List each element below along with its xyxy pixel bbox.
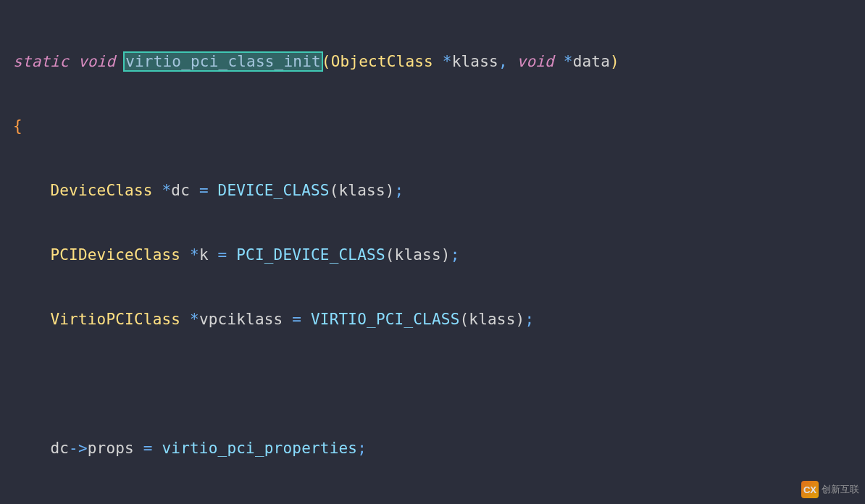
semicolon: ; — [395, 182, 404, 199]
param-klass: klass — [452, 53, 498, 70]
op-eq: = — [218, 246, 227, 264]
keyword-static: static — [13, 53, 69, 70]
code-editor[interactable]: static void virtio_pci_class_init(Object… — [0, 0, 865, 504]
obj: dc — [50, 440, 69, 457]
code-line-8[interactable]: k->realize = virtio_pci_realize; — [13, 497, 852, 505]
code-blank-line[interactable] — [13, 368, 852, 400]
op-eq: = — [199, 182, 209, 199]
func-virtio-pci-class: VIRTIO_PCI_CLASS — [311, 311, 460, 328]
code-line-2[interactable]: { — [13, 110, 852, 143]
arg-klass: klass — [395, 246, 441, 264]
arg-klass: klass — [469, 311, 515, 328]
selected-function-name[interactable]: virtio_pci_class_init — [125, 53, 322, 70]
op-eq: = — [292, 311, 301, 328]
member-props: props — [88, 440, 134, 457]
type-pcideviceclass: PCIDeviceClass — [50, 246, 180, 264]
brace-open: { — [13, 117, 22, 135]
code-line-1[interactable]: static void virtio_pci_class_init(Object… — [13, 46, 852, 78]
op-star: * — [190, 311, 199, 328]
var-dc: dc — [171, 182, 190, 199]
op-arrow: -> — [69, 440, 88, 457]
watermark-text: 创新互联 — [822, 483, 859, 496]
paren: ) — [385, 182, 395, 199]
var-vpciklass: vpciklass — [199, 311, 283, 328]
op-star2: * — [564, 53, 573, 70]
paren-close: ) — [610, 53, 619, 70]
paren-open: ( — [322, 53, 331, 70]
semicolon: ; — [525, 311, 534, 328]
paren: ) — [441, 246, 451, 264]
keyword-void2: void — [517, 53, 554, 70]
type-deviceclass: DeviceClass — [50, 182, 152, 199]
type-virtiopciclass: VirtioPCIClass — [50, 311, 180, 328]
watermark-logo-icon: CX — [801, 481, 819, 498]
param-data: data — [573, 53, 610, 70]
paren: ) — [516, 311, 525, 328]
code-line-3[interactable]: DeviceClass *dc = DEVICE_CLASS(klass); — [13, 175, 852, 207]
var-k: k — [199, 246, 209, 264]
paren: ( — [385, 246, 395, 264]
value: virtio_pci_properties — [162, 440, 358, 457]
watermark: CX 创新互联 — [801, 481, 859, 498]
arg-klass: klass — [339, 182, 385, 199]
paren: ( — [460, 311, 469, 328]
keyword-void: void — [78, 53, 115, 70]
comma: , — [498, 53, 508, 70]
op-star: * — [443, 53, 452, 70]
op-eq: = — [143, 440, 153, 457]
func-pci-device-class: PCI_DEVICE_CLASS — [236, 246, 385, 264]
paren: ( — [330, 182, 339, 199]
op-star: * — [162, 182, 172, 199]
op-star: * — [190, 246, 199, 264]
code-line-5[interactable]: VirtioPCIClass *vpciklass = VIRTIO_PCI_C… — [13, 303, 852, 336]
code-line-7[interactable]: dc->props = virtio_pci_properties; — [13, 432, 852, 465]
code-line-4[interactable]: PCIDeviceClass *k = PCI_DEVICE_CLASS(kla… — [13, 239, 852, 272]
func-device-class: DEVICE_CLASS — [218, 182, 330, 199]
semicolon: ; — [357, 440, 367, 457]
type-objectclass: ObjectClass — [331, 53, 433, 70]
semicolon: ; — [451, 246, 460, 264]
